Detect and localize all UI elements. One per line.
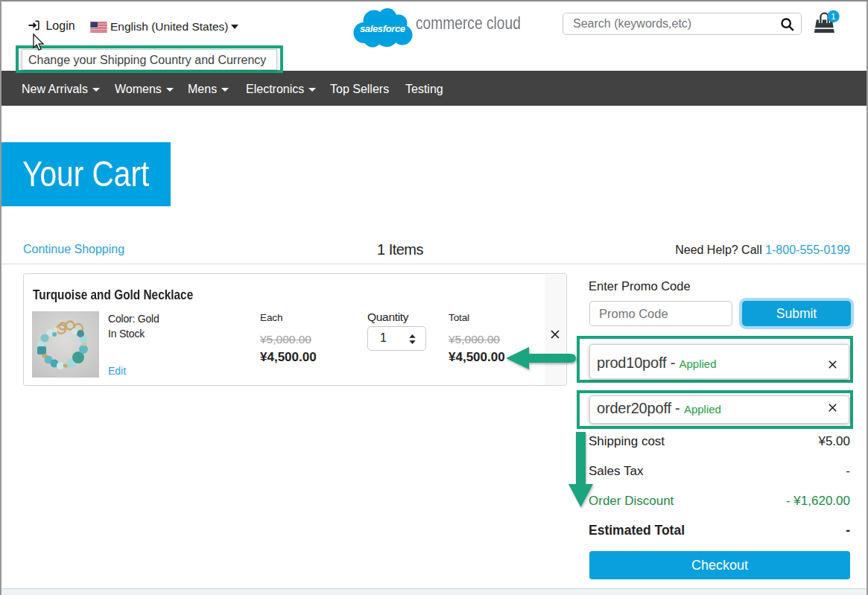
svg-text:1: 1	[831, 12, 835, 21]
svg-text:salesforce: salesforce	[360, 23, 405, 34]
